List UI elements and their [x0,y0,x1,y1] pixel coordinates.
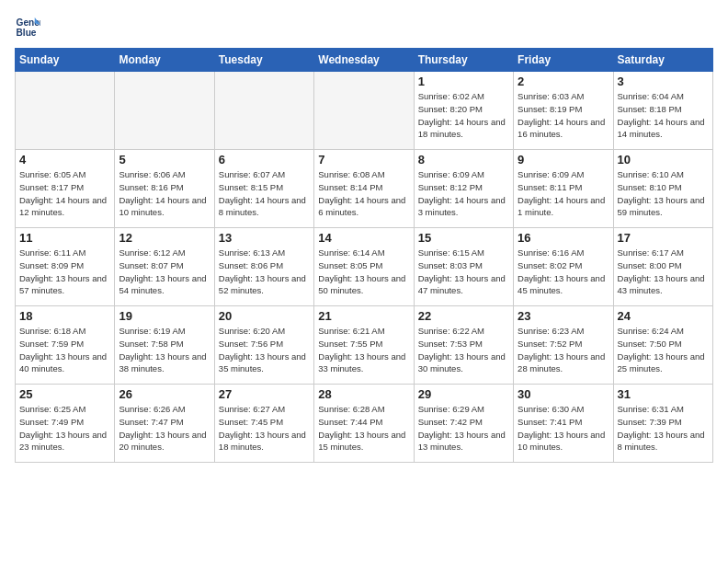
calendar-cell: 2Sunrise: 6:03 AM Sunset: 8:19 PM Daylig… [514,72,613,150]
day-number: 26 [119,387,210,401]
calendar-cell: 15Sunrise: 6:15 AM Sunset: 8:03 PM Dayli… [414,228,513,306]
day-number: 28 [318,387,409,401]
day-info: Sunrise: 6:18 AM Sunset: 7:59 PM Dayligh… [19,325,110,375]
day-number: 14 [318,231,409,245]
day-number: 24 [618,309,709,323]
logo: General Blue [15,15,40,40]
calendar-cell: 24Sunrise: 6:24 AM Sunset: 7:50 PM Dayli… [613,306,712,385]
day-info: Sunrise: 6:25 AM Sunset: 7:49 PM Dayligh… [19,403,110,454]
calendar-cell [115,72,214,150]
day-number: 6 [219,153,310,167]
day-number: 1 [418,75,509,88]
day-info: Sunrise: 6:28 AM Sunset: 7:44 PM Dayligh… [318,403,409,454]
day-info: Sunrise: 6:22 AM Sunset: 7:53 PM Dayligh… [418,325,509,375]
calendar-cell: 10Sunrise: 6:10 AM Sunset: 8:10 PM Dayli… [613,150,712,228]
week-row-2: 4Sunrise: 6:05 AM Sunset: 8:17 PM Daylig… [16,150,713,228]
day-number: 21 [318,309,409,323]
calendar-cell: 13Sunrise: 6:13 AM Sunset: 8:06 PM Dayli… [214,228,313,306]
calendar-cell: 7Sunrise: 6:08 AM Sunset: 8:14 PM Daylig… [314,150,414,228]
day-number: 31 [618,387,709,401]
calendar-cell: 27Sunrise: 6:27 AM Sunset: 7:45 PM Dayli… [214,385,313,463]
day-number: 3 [618,75,709,88]
calendar-cell: 31Sunrise: 6:31 AM Sunset: 7:39 PM Dayli… [613,385,712,463]
weekday-header-thursday: Thursday [414,49,513,72]
day-number: 9 [518,153,609,167]
day-number: 18 [19,309,110,323]
day-info: Sunrise: 6:09 AM Sunset: 8:11 PM Dayligh… [518,168,609,219]
day-info: Sunrise: 6:07 AM Sunset: 8:15 PM Dayligh… [219,168,310,219]
weekday-header-wednesday: Wednesday [314,49,414,72]
svg-text:Blue: Blue [17,28,37,38]
day-info: Sunrise: 6:16 AM Sunset: 8:02 PM Dayligh… [518,247,609,297]
calendar-cell: 17Sunrise: 6:17 AM Sunset: 8:00 PM Dayli… [613,228,712,306]
day-info: Sunrise: 6:20 AM Sunset: 7:56 PM Dayligh… [219,325,310,375]
weekday-header-monday: Monday [115,49,214,72]
weekday-header-saturday: Saturday [613,49,712,72]
calendar-body: 1Sunrise: 6:02 AM Sunset: 8:20 PM Daylig… [16,72,713,463]
day-number: 16 [518,231,609,245]
day-info: Sunrise: 6:10 AM Sunset: 8:10 PM Dayligh… [618,168,709,219]
calendar-cell: 4Sunrise: 6:05 AM Sunset: 8:17 PM Daylig… [16,150,115,228]
day-number: 2 [518,75,609,88]
day-number: 17 [618,231,709,245]
day-number: 8 [418,153,509,167]
day-number: 23 [518,309,609,323]
week-row-3: 11Sunrise: 6:11 AM Sunset: 8:09 PM Dayli… [16,228,713,306]
day-info: Sunrise: 6:14 AM Sunset: 8:05 PM Dayligh… [318,247,409,297]
day-info: Sunrise: 6:03 AM Sunset: 8:19 PM Dayligh… [518,90,609,141]
week-row-5: 25Sunrise: 6:25 AM Sunset: 7:49 PM Dayli… [16,385,713,463]
calendar-cell: 12Sunrise: 6:12 AM Sunset: 8:07 PM Dayli… [115,228,214,306]
week-row-1: 1Sunrise: 6:02 AM Sunset: 8:20 PM Daylig… [16,72,713,150]
day-number: 27 [219,387,310,401]
calendar-cell: 9Sunrise: 6:09 AM Sunset: 8:11 PM Daylig… [514,150,613,228]
day-info: Sunrise: 6:17 AM Sunset: 8:00 PM Dayligh… [618,247,709,297]
day-info: Sunrise: 6:02 AM Sunset: 8:20 PM Dayligh… [418,90,509,141]
day-info: Sunrise: 6:30 AM Sunset: 7:41 PM Dayligh… [518,403,609,454]
calendar-cell: 23Sunrise: 6:23 AM Sunset: 7:52 PM Dayli… [514,306,613,385]
weekday-header-tuesday: Tuesday [214,49,313,72]
calendar-cell: 5Sunrise: 6:06 AM Sunset: 8:16 PM Daylig… [115,150,214,228]
calendar-cell: 3Sunrise: 6:04 AM Sunset: 8:18 PM Daylig… [613,72,712,150]
day-info: Sunrise: 6:05 AM Sunset: 8:17 PM Dayligh… [19,168,110,219]
day-info: Sunrise: 6:08 AM Sunset: 8:14 PM Dayligh… [318,168,409,219]
day-number: 12 [119,231,210,245]
day-number: 15 [418,231,509,245]
calendar-cell: 29Sunrise: 6:29 AM Sunset: 7:42 PM Dayli… [414,385,513,463]
day-info: Sunrise: 6:09 AM Sunset: 8:12 PM Dayligh… [418,168,509,219]
day-number: 10 [618,153,709,167]
calendar-table: SundayMondayTuesdayWednesdayThursdayFrid… [15,48,713,463]
day-number: 20 [219,309,310,323]
day-info: Sunrise: 6:23 AM Sunset: 7:52 PM Dayligh… [518,325,609,375]
calendar-cell: 19Sunrise: 6:19 AM Sunset: 7:58 PM Dayli… [115,306,214,385]
calendar-cell: 21Sunrise: 6:21 AM Sunset: 7:55 PM Dayli… [314,306,414,385]
weekday-header-row: SundayMondayTuesdayWednesdayThursdayFrid… [16,49,713,72]
weekday-header-friday: Friday [514,49,613,72]
day-info: Sunrise: 6:15 AM Sunset: 8:03 PM Dayligh… [418,247,509,297]
day-info: Sunrise: 6:31 AM Sunset: 7:39 PM Dayligh… [618,403,709,454]
day-number: 25 [19,387,110,401]
calendar-cell: 16Sunrise: 6:16 AM Sunset: 8:02 PM Dayli… [514,228,613,306]
day-number: 29 [418,387,509,401]
day-number: 4 [19,153,110,167]
calendar-cell: 25Sunrise: 6:25 AM Sunset: 7:49 PM Dayli… [16,385,115,463]
day-number: 30 [518,387,609,401]
calendar-cell [214,72,313,150]
day-number: 5 [119,153,210,167]
calendar-cell: 26Sunrise: 6:26 AM Sunset: 7:47 PM Dayli… [115,385,214,463]
day-number: 22 [418,309,509,323]
day-info: Sunrise: 6:27 AM Sunset: 7:45 PM Dayligh… [219,403,310,454]
day-number: 19 [119,309,210,323]
calendar-cell: 14Sunrise: 6:14 AM Sunset: 8:05 PM Dayli… [314,228,414,306]
calendar-cell: 1Sunrise: 6:02 AM Sunset: 8:20 PM Daylig… [414,72,513,150]
calendar-cell: 18Sunrise: 6:18 AM Sunset: 7:59 PM Dayli… [16,306,115,385]
calendar-cell: 22Sunrise: 6:22 AM Sunset: 7:53 PM Dayli… [414,306,513,385]
logo-icon: General Blue [15,15,40,40]
calendar-cell: 8Sunrise: 6:09 AM Sunset: 8:12 PM Daylig… [414,150,513,228]
day-info: Sunrise: 6:04 AM Sunset: 8:18 PM Dayligh… [618,90,709,141]
day-info: Sunrise: 6:21 AM Sunset: 7:55 PM Dayligh… [318,325,409,375]
calendar-cell: 28Sunrise: 6:28 AM Sunset: 7:44 PM Dayli… [314,385,414,463]
day-info: Sunrise: 6:11 AM Sunset: 8:09 PM Dayligh… [19,247,110,297]
weekday-header-sunday: Sunday [16,49,115,72]
calendar-cell: 30Sunrise: 6:30 AM Sunset: 7:41 PM Dayli… [514,385,613,463]
calendar-cell: 11Sunrise: 6:11 AM Sunset: 8:09 PM Dayli… [16,228,115,306]
